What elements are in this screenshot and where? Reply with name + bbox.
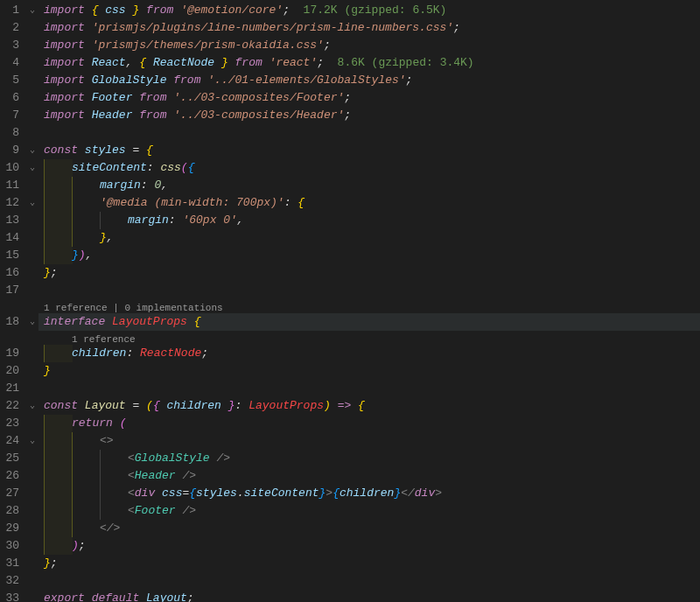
fold-icon[interactable]: ⌄ <box>26 2 38 19</box>
fold-icon[interactable]: ⌄ <box>26 142 38 159</box>
code-line: <GlobalStyle /> <box>44 450 700 467</box>
fold-gutter: ⌄ ⌄ ⌄ ⌄ ⌄ ⌄ ⌄ <box>26 0 38 602</box>
size-hint: 17.2K (gzipped: 6.5K) <box>304 4 447 17</box>
code-line: import 'prismjs/plugins/line-numbers/pri… <box>44 19 700 37</box>
code-line: import Header from '../03-composites/Hea… <box>44 107 700 124</box>
code-line <box>44 124 700 142</box>
code-line: }; <box>44 264 700 282</box>
code-line: }; <box>44 555 700 572</box>
codelens[interactable]: 1 reference | 0 implementations <box>44 299 700 313</box>
fold-icon[interactable]: ⌄ <box>26 397 38 415</box>
code-content[interactable]: import { css } from '@emotion/core'; 17.… <box>38 0 700 602</box>
code-line: import Footer from '../03-composites/Foo… <box>44 89 700 107</box>
code-line: <> <box>44 432 700 450</box>
code-line: margin: 0, <box>44 177 700 194</box>
code-line: interface LayoutProps { <box>38 313 700 331</box>
code-line <box>44 380 700 397</box>
codelens[interactable]: 1 reference <box>44 331 700 345</box>
code-line: }, <box>44 229 700 247</box>
code-line: '@media (min-width: 700px)': { <box>44 194 700 212</box>
code-line: </> <box>44 520 700 537</box>
size-hint: 8.6K (gzipped: 3.4K) <box>338 56 474 69</box>
code-line <box>44 572 700 590</box>
code-line: <Header /> <box>44 467 700 485</box>
fold-icon[interactable]: ⌄ <box>26 432 38 450</box>
code-line: margin: '60px 0', <box>44 212 700 229</box>
code-line: import React, { ReactNode } from 'react'… <box>44 54 700 72</box>
code-line: return ( <box>44 415 700 432</box>
fold-icon[interactable]: ⌄ <box>26 313 38 331</box>
code-line: children: ReactNode; <box>44 345 700 362</box>
line-number-gutter: 1 2 3 4 5 6 7 8 9 10 11 12 13 14 15 16 1… <box>0 0 26 602</box>
code-editor[interactable]: 1 2 3 4 5 6 7 8 9 10 11 12 13 14 15 16 1… <box>0 0 700 602</box>
code-line: }), <box>44 247 700 264</box>
code-line: import 'prismjs/themes/prism-okaidia.css… <box>44 37 700 54</box>
code-line: <div css={styles.siteContent}>{children}… <box>44 485 700 502</box>
code-line: <Footer /> <box>44 502 700 520</box>
code-line: ); <box>44 537 700 555</box>
code-line: } <box>44 362 700 380</box>
code-line: const Layout = ({ children }: LayoutProp… <box>44 397 700 415</box>
code-line <box>44 282 700 299</box>
fold-icon[interactable]: ⌄ <box>26 159 38 177</box>
code-line: import GlobalStyle from '../01-elements/… <box>44 72 700 89</box>
code-line: siteContent: css({ <box>44 159 700 177</box>
code-line: import { css } from '@emotion/core'; 17.… <box>44 2 700 19</box>
code-line: const styles = { <box>44 142 700 159</box>
fold-icon[interactable]: ⌄ <box>26 194 38 212</box>
code-line: export default Layout; <box>44 590 700 602</box>
